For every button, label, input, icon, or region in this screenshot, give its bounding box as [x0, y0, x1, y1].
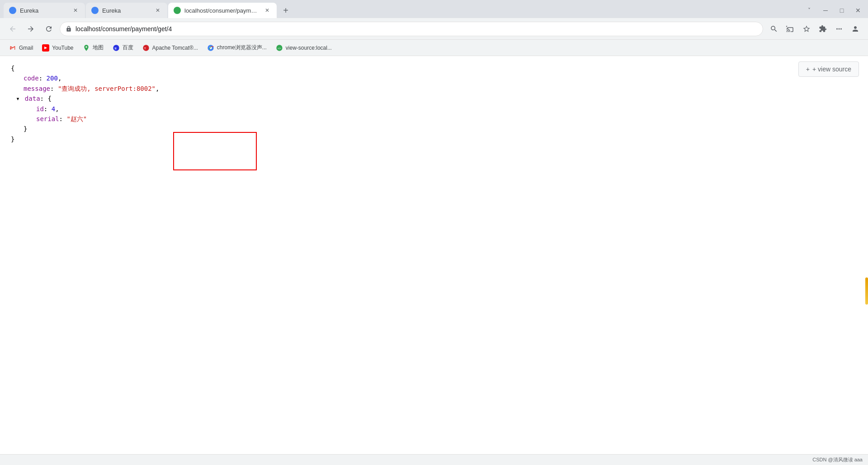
bookmark-baidu[interactable]: 百 百度 — [109, 42, 137, 53]
bookmark-tomcat-label: Apache Tomcat®... — [152, 45, 198, 51]
chrome-icon — [207, 44, 214, 52]
json-serial-key: serial — [36, 115, 59, 122]
bookmark-youtube-label: YouTube — [52, 45, 73, 51]
youtube-icon: ▶ — [42, 44, 49, 52]
svg-point-7 — [143, 45, 149, 51]
tab-close-eureka-2[interactable]: ✕ — [154, 6, 162, 14]
bookmark-maps[interactable]: 地图 — [79, 42, 107, 53]
back-button[interactable] — [5, 22, 20, 36]
browser-menu-button[interactable] — [832, 22, 846, 36]
json-id-line: id: 4, — [36, 104, 857, 114]
maps-icon — [83, 44, 90, 52]
svg-text:</>: </> — [278, 47, 281, 49]
baidu-icon: 百 — [113, 44, 120, 52]
json-data-close-brace: } — [24, 124, 857, 134]
json-code-key: code — [24, 75, 39, 82]
tab-localhost[interactable]: localhost/consumer/payment/ ✕ — [168, 3, 277, 18]
address-bar[interactable]: localhost/consumer/payment/get/4 — [60, 22, 763, 36]
content-area: + + view source { code: 200, message: "查… — [0, 56, 868, 454]
bookmark-chrome-noisy[interactable]: chrome浏览器没声... — [203, 42, 270, 53]
forward-button[interactable] — [24, 22, 38, 36]
url-text: localhost/consumer/payment/get/4 — [75, 25, 757, 33]
json-open-brace: { — [11, 63, 857, 73]
json-serial-value: "赵六" — [66, 115, 87, 122]
zoom-button[interactable] — [767, 22, 781, 36]
star-button[interactable] — [799, 22, 814, 36]
tab-favicon-localhost — [174, 7, 181, 14]
tab-eureka-2[interactable]: Eureka ✕ — [86, 3, 167, 18]
svg-point-2 — [175, 8, 179, 13]
json-message-key: message — [24, 85, 50, 92]
scrollbar-thumb[interactable] — [865, 277, 868, 305]
json-close-brace: } — [11, 134, 857, 144]
view-source-label: + view source — [812, 66, 851, 73]
extensions-button[interactable] — [816, 22, 830, 36]
chevron-down-icon[interactable]: ˅ — [803, 4, 816, 17]
svg-text:M: M — [10, 47, 12, 49]
bookmark-tomcat[interactable]: T Apache Tomcat®... — [139, 42, 202, 53]
status-bar: CSDN @清风微读 aaa — [0, 454, 868, 465]
bookmarks-bar: M Gmail ▶ YouTube 地图 百 百度 — [0, 40, 868, 56]
json-data-toggle-line[interactable]: ▾ data: { — [16, 94, 857, 103]
json-serial-line: serial: "赵六" — [36, 114, 857, 124]
view-source-button[interactable]: + + view source — [798, 61, 859, 77]
bookmark-gmail-label: Gmail — [19, 45, 33, 51]
bookmark-maps-label: 地图 — [93, 44, 104, 52]
json-message-value: "查询成功, serverPort:8002" — [58, 85, 156, 92]
tomcat-icon: T — [142, 44, 150, 52]
json-collapse-toggle[interactable]: ▾ — [16, 95, 19, 102]
tab-title-localhost: localhost/consumer/payment/ — [184, 7, 259, 14]
minimize-button[interactable]: ─ — [819, 4, 832, 17]
status-text: CSDN @清风微读 aaa — [812, 456, 863, 463]
bookmark-chrome-label: chrome浏览器没声... — [217, 44, 267, 52]
viewsource-icon: </> — [276, 44, 283, 52]
tab-title-eureka-1: Eureka — [20, 7, 68, 14]
json-message-line: message: "查询成功, serverPort:8002", — [24, 84, 857, 94]
json-code-value: 200 — [47, 75, 58, 82]
bookmark-gmail[interactable]: M Gmail — [5, 42, 37, 53]
bookmark-viewsource-label: view-source:local... — [286, 45, 332, 51]
lock-icon — [66, 26, 72, 32]
bookmark-youtube[interactable]: ▶ YouTube — [38, 42, 77, 53]
browser-window: Eureka ✕ Eureka ✕ localhost/consumer/pay… — [0, 0, 868, 465]
cast-button[interactable] — [783, 22, 797, 36]
json-code-line: code: 200, — [24, 73, 857, 83]
json-content: { code: 200, message: "查询成功, serverPort:… — [0, 56, 868, 151]
refresh-button[interactable] — [42, 22, 56, 36]
scrollbar[interactable] — [865, 56, 868, 454]
json-id-key: id — [36, 105, 44, 113]
tab-close-eureka-1[interactable]: ✕ — [71, 6, 80, 14]
tab-eureka-1[interactable]: Eureka ✕ — [4, 3, 85, 18]
tab-title-eureka-2: Eureka — [102, 7, 150, 14]
tab-favicon-eureka-1 — [9, 7, 16, 14]
maximize-button[interactable]: □ — [835, 4, 848, 17]
svg-point-0 — [10, 8, 15, 13]
svg-point-1 — [93, 8, 97, 13]
tab-bar: Eureka ✕ Eureka ✕ localhost/consumer/pay… — [0, 0, 868, 18]
svg-text:T: T — [144, 47, 146, 49]
json-data-key-label: data: { — [25, 95, 52, 102]
bookmark-viewsource[interactable]: </> view-source:local... — [272, 42, 335, 53]
tab-close-localhost[interactable]: ✕ — [263, 6, 271, 14]
view-source-plus-icon: + — [806, 66, 810, 73]
toolbar: localhost/consumer/payment/get/4 — [0, 18, 868, 40]
gmail-icon: M — [9, 44, 16, 52]
profile-button[interactable] — [848, 22, 863, 36]
toolbar-right — [767, 22, 863, 36]
new-tab-button[interactable]: + — [279, 4, 292, 17]
tab-favicon-eureka-2 — [91, 7, 99, 14]
json-id-value: 4 — [52, 105, 55, 113]
window-controls: ˅ ─ □ ✕ — [803, 4, 864, 17]
close-button[interactable]: ✕ — [852, 4, 864, 17]
bookmark-baidu-label: 百度 — [123, 44, 133, 52]
